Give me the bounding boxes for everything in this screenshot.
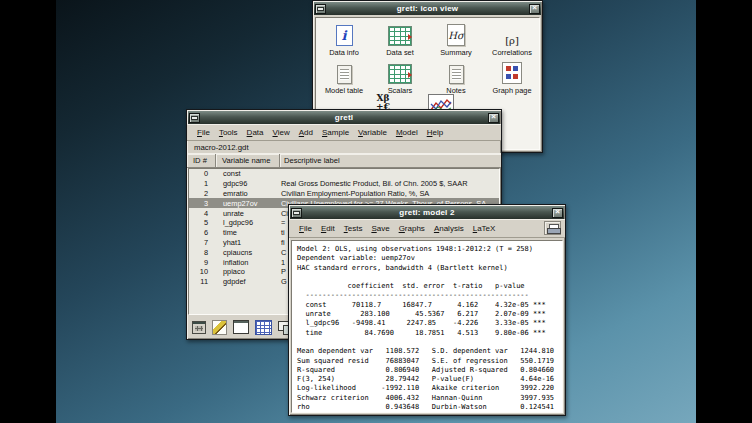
- variable-name: inflation: [217, 258, 277, 267]
- model-output-area: Model 2: OLS, using observations 1948:1-…: [291, 240, 563, 413]
- model-titlebar[interactable]: gretl: model 2: [290, 206, 564, 219]
- variable-row[interactable]: 0const: [189, 169, 499, 179]
- main-titlebar[interactable]: gretl: [188, 111, 500, 124]
- menu-item-add[interactable]: Add: [299, 128, 313, 137]
- column-header-variable-name: Variable name: [216, 154, 280, 167]
- calculator-icon[interactable]: [192, 321, 206, 334]
- summary-icon: Hσ: [447, 24, 465, 46]
- data-info-icon: i: [336, 25, 353, 46]
- variable-name: uemp27ov: [217, 199, 277, 208]
- session-icon-grid: iData infoData setHσSummary[ρ]Correlatio…: [316, 18, 539, 97]
- icon-label: Summary: [440, 48, 472, 57]
- variable-name: gdpc96: [217, 179, 277, 188]
- icon-label: Data set: [386, 48, 414, 57]
- variable-label: Civilian Employment-Population Ratio, %,…: [277, 189, 499, 198]
- variable-row[interactable]: 1gdpc96Real Gross Domestic Product, Bil.…: [189, 179, 499, 189]
- window-menu-icon[interactable]: [291, 208, 302, 218]
- close-icon[interactable]: [488, 113, 499, 123]
- script-editor-icon[interactable]: [212, 320, 227, 335]
- scalars-icon: [388, 64, 412, 84]
- close-icon[interactable]: [552, 208, 563, 218]
- icon-label: Correlations: [492, 48, 532, 57]
- menu-item-variable[interactable]: Variable: [358, 128, 387, 137]
- notes-icon: [449, 65, 464, 84]
- iconview-item-notes[interactable]: Notes: [446, 59, 465, 95]
- variable-name: gdpdef: [217, 277, 277, 286]
- variable-row[interactable]: 2emratioCivilian Employment-Population R…: [189, 189, 499, 199]
- icon-label: Graph page: [492, 86, 531, 95]
- model-menu-item-file[interactable]: File: [299, 224, 312, 233]
- model-menu-item-tests[interactable]: Tests: [344, 224, 363, 233]
- variable-id: 9: [189, 258, 217, 267]
- icon-label: Model table: [325, 86, 363, 95]
- icon-view-titlebar[interactable]: gretl: icon view: [314, 2, 541, 15]
- model-table-icon: [337, 65, 352, 84]
- model-menu-item-analysis[interactable]: Analysis: [434, 224, 464, 233]
- close-icon[interactable]: [529, 4, 540, 14]
- data-set-icon: [388, 26, 412, 46]
- printer-icon[interactable]: [544, 221, 561, 235]
- variable-name: ppiaco: [217, 267, 277, 276]
- iconview-item-graph-page[interactable]: Graph page: [492, 59, 531, 95]
- model-title: gretl: model 2: [304, 206, 550, 219]
- variable-name: const: [217, 169, 277, 178]
- variable-id: 7: [189, 238, 217, 247]
- window-menu-icon[interactable]: [189, 113, 200, 123]
- variable-name: emratio: [217, 189, 277, 198]
- iconview-item-data-set[interactable]: Data set: [386, 21, 414, 57]
- open-dataset-name: macro-2012.gdt: [187, 141, 501, 153]
- model-menu-item-latex[interactable]: LaTeX: [473, 224, 496, 233]
- iconview-item-correlations[interactable]: [ρ]Correlations: [492, 21, 532, 57]
- variable-id: 6: [189, 228, 217, 237]
- main-menubar: FileToolsDataViewAddSampleVariableModelH…: [187, 124, 501, 141]
- variable-id: 8: [189, 248, 217, 257]
- menu-item-data[interactable]: Data: [247, 128, 264, 137]
- variable-name: l_gdpc96: [217, 218, 277, 227]
- variable-id: 1: [189, 179, 217, 188]
- variable-id: 4: [189, 209, 217, 218]
- menu-item-sample[interactable]: Sample: [322, 128, 349, 137]
- model-menu-item-edit[interactable]: Edit: [321, 224, 335, 233]
- variable-id: 3: [189, 199, 217, 208]
- variable-name: cpiaucns: [217, 248, 277, 257]
- column-header-id: ID #: [187, 154, 216, 167]
- variable-id: 11: [189, 277, 217, 286]
- model-menu-item-graphs[interactable]: Graphs: [399, 224, 425, 233]
- graph-page-icon: [502, 62, 522, 84]
- iconview-item-summary[interactable]: HσSummary: [440, 21, 472, 57]
- variable-name: unrate: [217, 209, 277, 218]
- menu-item-help[interactable]: Help: [427, 128, 443, 137]
- menu-item-view[interactable]: View: [273, 128, 290, 137]
- icon-view-title: gretl: icon view: [328, 2, 527, 15]
- variable-id: 2: [189, 189, 217, 198]
- variable-name: yhat1: [217, 238, 277, 247]
- model-window: gretl: model 2 FileEditTestsSaveGraphsAn…: [288, 204, 566, 416]
- iconview-item-data-info[interactable]: iData info: [329, 21, 359, 57]
- model-output-text: Model 2: OLS, using observations 1948:1-…: [292, 241, 562, 413]
- model-menubar: FileEditTestsSaveGraphsAnalysisLaTeX: [289, 219, 565, 238]
- variable-id: 10: [189, 267, 217, 276]
- main-title: gretl: [202, 111, 486, 124]
- iconview-item-scalars[interactable]: Scalars: [388, 59, 413, 95]
- model-menu-item-save[interactable]: Save: [371, 224, 389, 233]
- correlations-icon: [ρ]: [502, 35, 522, 46]
- menu-item-tools[interactable]: Tools: [219, 128, 238, 137]
- iconview-item-model-table[interactable]: Model table: [325, 59, 363, 95]
- variable-id: 5: [189, 218, 217, 227]
- console-icon[interactable]: [233, 320, 249, 334]
- variable-id: 0: [189, 169, 217, 178]
- column-header-descriptive-label: Descriptive label: [280, 154, 501, 167]
- variable-list-header: ID # Variable name Descriptive label: [187, 153, 501, 168]
- spreadsheet-icon[interactable]: [255, 320, 272, 335]
- variable-name: time: [217, 228, 277, 237]
- variable-label: Real Gross Domestic Product, Bil. of Chn…: [277, 179, 499, 188]
- menu-item-file[interactable]: File: [197, 128, 210, 137]
- window-menu-icon[interactable]: [315, 4, 326, 14]
- icon-label: Data info: [329, 48, 359, 57]
- menu-item-model[interactable]: Model: [396, 128, 418, 137]
